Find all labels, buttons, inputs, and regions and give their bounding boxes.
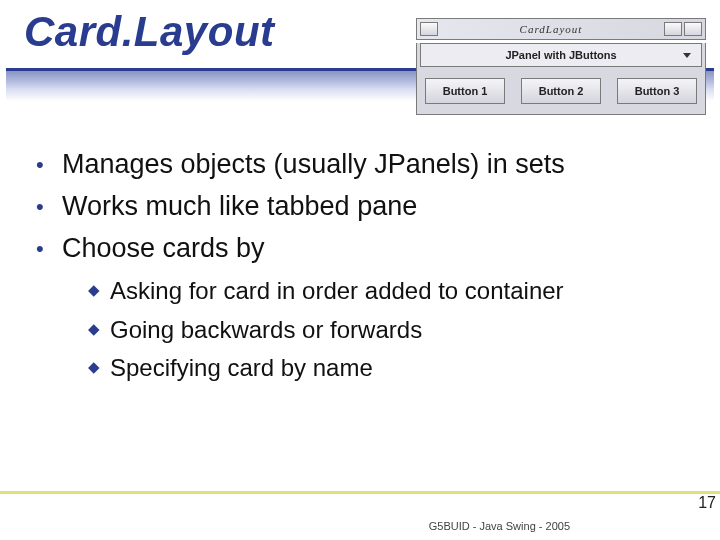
window-body: JPanel with JButtons Button 1 Button 2 B… — [416, 43, 706, 115]
window-control-icon[interactable] — [664, 22, 682, 36]
bullet-text: Works much like tabbed pane — [62, 190, 417, 224]
window-control-icon[interactable] — [420, 22, 438, 36]
content-body: Manages objects (usually JPanels) in set… — [36, 148, 690, 390]
sub-bullet-item: ◆ Asking for card in order added to cont… — [88, 275, 690, 307]
footer-rule — [0, 491, 720, 494]
bullet-icon — [36, 158, 44, 176]
sub-bullet-text: Specifying card by name — [110, 352, 373, 384]
bullet-text: Manages objects (usually JPanels) in set… — [62, 148, 565, 182]
slide-title: Card.Layout — [24, 8, 275, 56]
bullet-item: Choose cards by — [36, 232, 690, 266]
diamond-icon: ◆ — [88, 320, 100, 338]
diamond-icon: ◆ — [88, 358, 100, 376]
chevron-down-icon — [683, 53, 691, 58]
button-2[interactable]: Button 2 — [521, 78, 601, 104]
footer-text: G5BUID - Java Swing - 2005 — [429, 520, 570, 532]
combo-label: JPanel with JButtons — [505, 49, 616, 61]
window-titlebar: CardLayout — [416, 18, 706, 40]
bullet-item: Works much like tabbed pane — [36, 190, 690, 224]
button-3[interactable]: Button 3 — [617, 78, 697, 104]
sub-bullet-list: ◆ Asking for card in order added to cont… — [88, 275, 690, 384]
cardlayout-window: CardLayout JPanel with JButtons Button 1… — [416, 18, 706, 115]
button-1[interactable]: Button 1 — [425, 78, 505, 104]
sub-bullet-item: ◆ Specifying card by name — [88, 352, 690, 384]
slide: Card.Layout CardLayout JPanel with JButt… — [0, 0, 720, 540]
button-row: Button 1 Button 2 Button 3 — [417, 70, 705, 114]
page-number: 17 — [698, 494, 716, 512]
diamond-icon: ◆ — [88, 281, 100, 299]
sub-bullet-text: Going backwards or forwards — [110, 314, 422, 346]
bullet-item: Manages objects (usually JPanels) in set… — [36, 148, 690, 182]
window-control-icon[interactable] — [684, 22, 702, 36]
bullet-icon — [36, 242, 44, 260]
sub-bullet-item: ◆ Going backwards or forwards — [88, 314, 690, 346]
bullet-icon — [36, 200, 44, 218]
panel-selector-combo[interactable]: JPanel with JButtons — [420, 43, 702, 67]
sub-bullet-text: Asking for card in order added to contai… — [110, 275, 564, 307]
window-title: CardLayout — [439, 23, 663, 35]
bullet-text: Choose cards by — [62, 232, 265, 266]
